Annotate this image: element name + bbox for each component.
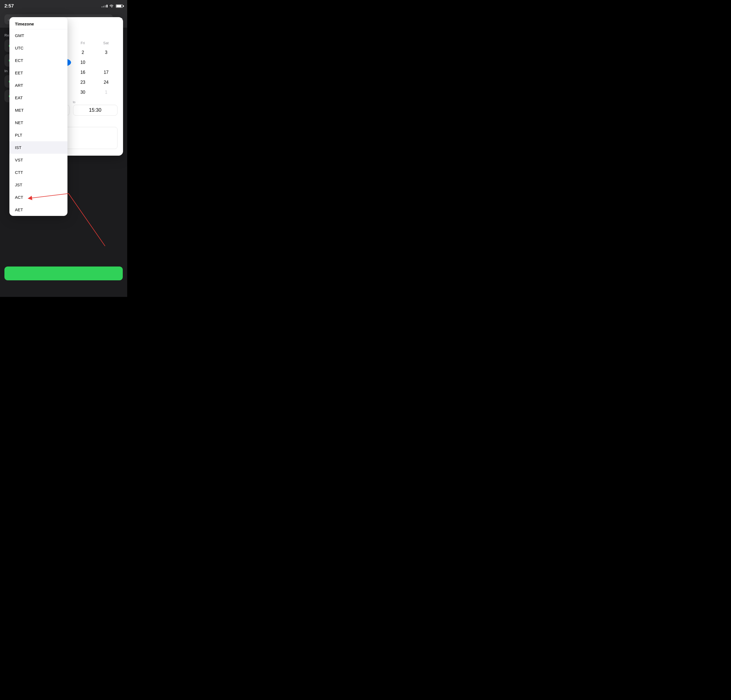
- timezone-item-eat[interactable]: EAT: [9, 91, 68, 104]
- timezone-item-ctt[interactable]: CTT: [9, 166, 68, 179]
- cal-day[interactable]: 3: [95, 48, 117, 57]
- timezone-item-art[interactable]: ART: [9, 79, 68, 91]
- cal-day[interactable]: 1: [95, 88, 117, 97]
- to-time-input[interactable]: 15:30: [73, 105, 118, 116]
- timezone-item-vst[interactable]: VST: [9, 154, 68, 166]
- to-time-field: to 15:30: [73, 100, 118, 116]
- timezone-item-net[interactable]: NET: [9, 116, 68, 129]
- weekday-sat: Sat: [94, 40, 117, 46]
- action-button[interactable]: [4, 267, 123, 280]
- timezone-item-jst[interactable]: JST: [9, 179, 68, 191]
- timezone-item-eet[interactable]: EET: [9, 67, 68, 79]
- timezone-item-ect[interactable]: ECT: [9, 54, 68, 67]
- weekday-fri: Fri: [71, 40, 95, 46]
- cal-day[interactable]: 30: [72, 88, 94, 97]
- timezone-item-gmt[interactable]: GMT: [9, 29, 68, 42]
- timezone-item-plt[interactable]: PLT: [9, 129, 68, 141]
- cal-day[interactable]: 24: [95, 78, 117, 87]
- timezone-item-act[interactable]: ACT: [9, 191, 68, 204]
- wifi-icon: [109, 4, 114, 8]
- cal-day[interactable]: 23: [72, 78, 94, 87]
- timezone-list: GMTUTCECTEETARTEATMETNETPLTISTVSTCTTJSTA…: [9, 29, 68, 216]
- black-background: [127, 0, 310, 297]
- cal-day-empty: [95, 58, 117, 67]
- cal-day[interactable]: 16: [72, 68, 94, 77]
- battery-icon: [116, 4, 123, 8]
- timezone-item-aet[interactable]: AET: [9, 204, 68, 216]
- timezone-item-met[interactable]: MET: [9, 104, 68, 116]
- cal-day[interactable]: 2: [72, 48, 94, 57]
- status-time: 2:57: [4, 3, 14, 9]
- timezone-dropdown: Timezone GMTUTCECTEETARTEATMETNETPLTISTV…: [9, 17, 68, 216]
- timezone-item-utc[interactable]: UTC: [9, 42, 68, 54]
- cal-day[interactable]: 10: [72, 58, 94, 67]
- signal-icon: [101, 5, 107, 7]
- timezone-header: Timezone: [9, 17, 68, 29]
- to-label: to: [73, 100, 118, 104]
- status-icons: [101, 4, 123, 8]
- timezone-item-ist[interactable]: IST: [9, 141, 68, 154]
- cal-day[interactable]: 17: [95, 68, 117, 77]
- status-bar: 2:57: [0, 0, 127, 12]
